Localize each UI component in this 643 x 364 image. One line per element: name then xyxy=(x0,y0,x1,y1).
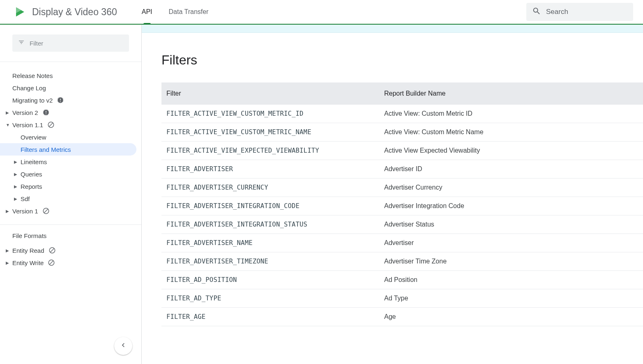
svg-point-2 xyxy=(46,113,46,114)
table-row: FILTER_AD_TYPEAd Type xyxy=(161,289,643,308)
sidebar-item-label: Version 1.1 xyxy=(12,121,43,128)
sidebar-item[interactable]: Change Log xyxy=(0,82,141,94)
caret-right-icon: ▶ xyxy=(6,248,9,253)
table-row: FILTER_ADVERTISER_INTEGRATION_STATUSAdve… xyxy=(161,215,643,234)
table-row: FILTER_ADVERTISER_NAMEAdvertiser xyxy=(161,234,643,252)
table-row: FILTER_AGEAge xyxy=(161,308,643,326)
header-tabs: API Data Transfer xyxy=(142,0,209,24)
sidebar-item[interactable]: ▶Lineitems xyxy=(0,156,141,168)
sidebar-item-label: Entity Write xyxy=(12,259,44,266)
filter-code: FILTER_ACTIVE_VIEW_EXPECTED_VIEWABILITY xyxy=(161,142,379,160)
filter-code: FILTER_AGE xyxy=(161,308,379,326)
sidebar-section-title: File Formats xyxy=(0,225,141,243)
sidebar-item[interactable]: ▶Entity Read xyxy=(0,244,141,256)
svg-line-9 xyxy=(50,249,54,252)
deprecated-icon xyxy=(42,207,50,215)
sidebar: Release NotesChange LogMigrating to v2▶V… xyxy=(0,25,142,364)
filter-icon xyxy=(18,39,25,47)
svg-rect-3 xyxy=(46,111,46,113)
sidebar-item-label: Migrating to v2 xyxy=(12,97,53,104)
sidebar-item[interactable]: ▶Sdf xyxy=(0,192,141,205)
sidebar-item[interactable]: ▶Version 2 xyxy=(0,106,141,119)
filter-code: FILTER_AD_TYPE xyxy=(161,289,379,308)
sidebar-item[interactable]: ▶Reports xyxy=(0,180,141,192)
table-row: FILTER_ACTIVE_VIEW_EXPECTED_VIEWABILITYA… xyxy=(161,142,643,160)
filter-report-name: Ad Type xyxy=(379,289,643,308)
svg-line-5 xyxy=(49,123,53,127)
sidebar-item[interactable]: ▼Version 1.1 xyxy=(0,119,141,131)
caret-right-icon: ▶ xyxy=(14,197,17,201)
filters-table: Filter Report Builder Name FILTER_ACTIVE… xyxy=(161,82,643,326)
alert-badge-icon xyxy=(57,96,64,104)
sidebar-item-label: Lineitems xyxy=(21,158,47,165)
notice-banner xyxy=(142,25,643,33)
filter-report-name: Advertiser xyxy=(379,234,643,252)
sidebar-nav: Release NotesChange LogMigrating to v2▶V… xyxy=(0,62,141,224)
filter-report-name: Active View: Custom Metric Name xyxy=(379,123,643,142)
sidebar-item[interactable]: Release Notes xyxy=(0,69,141,82)
table-header-filter: Filter xyxy=(161,82,379,105)
sidebar-filter-input[interactable] xyxy=(30,40,123,47)
table-row: FILTER_ADVERTISER_INTEGRATION_CODEAdvert… xyxy=(161,197,643,215)
filter-report-name: Advertiser Currency xyxy=(379,179,643,197)
deprecated-icon xyxy=(47,121,55,128)
search-box[interactable] xyxy=(526,3,633,21)
sidebar-item-label: Sdf xyxy=(21,195,30,202)
sidebar-item-label: Filters and Metrics xyxy=(21,146,71,153)
table-row: FILTER_ADVERTISERAdvertiser ID xyxy=(161,160,643,179)
sidebar-item-label: Entity Read xyxy=(12,247,44,254)
sidebar-item[interactable]: Overview xyxy=(0,131,141,143)
filter-code: FILTER_AD_POSITION xyxy=(161,271,379,289)
sidebar-item-label: Overview xyxy=(21,134,46,141)
filter-report-name: Advertiser Time Zone xyxy=(379,252,643,271)
deprecated-icon xyxy=(48,259,55,266)
alert-badge-icon xyxy=(42,109,50,116)
logo[interactable]: Display & Video 360 xyxy=(13,5,117,19)
caret-right-icon: ▶ xyxy=(14,184,17,189)
caret-right-icon: ▶ xyxy=(6,261,9,265)
svg-point-0 xyxy=(60,101,61,102)
sidebar-item-label: Queries xyxy=(21,171,42,178)
filter-code: FILTER_ACTIVE_VIEW_CUSTOM_METRIC_NAME xyxy=(161,123,379,142)
table-row: FILTER_ACTIVE_VIEW_CUSTOM_METRIC_NAMEAct… xyxy=(161,123,643,142)
svg-line-11 xyxy=(50,261,53,265)
filter-report-name: Active View: Custom Metric ID xyxy=(379,105,643,123)
tab-api[interactable]: API xyxy=(142,0,152,24)
filter-code: FILTER_ADVERTISER xyxy=(161,160,379,179)
table-row: FILTER_ACTIVE_VIEW_CUSTOM_METRIC_IDActiv… xyxy=(161,105,643,123)
caret-right-icon: ▶ xyxy=(6,110,9,115)
sidebar-item[interactable]: Filters and Metrics xyxy=(0,143,136,156)
filter-report-name: Age xyxy=(379,308,643,326)
sidebar-item[interactable]: ▶Entity Write xyxy=(0,256,141,269)
play-logo-icon xyxy=(13,5,27,19)
main-content: Filters Filter Report Builder Name FILTE… xyxy=(142,25,643,364)
sidebar-filter-box[interactable] xyxy=(12,34,129,52)
caret-right-icon: ▶ xyxy=(14,160,17,164)
search-input[interactable] xyxy=(546,8,627,16)
sidebar-item[interactable]: ▶Version 1 xyxy=(0,205,141,217)
sidebar-item[interactable]: ▶Queries xyxy=(0,168,141,180)
search-icon xyxy=(532,7,541,17)
caret-right-icon: ▶ xyxy=(14,172,17,176)
filter-code: FILTER_ADVERTISER_CURRENCY xyxy=(161,179,379,197)
filter-report-name: Advertiser Status xyxy=(379,215,643,234)
filter-code: FILTER_ADVERTISER_INTEGRATION_CODE xyxy=(161,197,379,215)
filter-report-name: Active View Expected Viewability xyxy=(379,142,643,160)
collapse-sidebar-button[interactable] xyxy=(114,337,132,355)
filter-code: FILTER_ACTIVE_VIEW_CUSTOM_METRIC_ID xyxy=(161,105,379,123)
filter-code: FILTER_ADVERTISER_INTEGRATION_STATUS xyxy=(161,215,379,234)
filter-report-name: Ad Position xyxy=(379,271,643,289)
sidebar-item[interactable]: Migrating to v2 xyxy=(0,94,141,106)
sidebar-nav-fileformats: ▶Entity Read▶Entity Write xyxy=(0,243,141,276)
header: Display & Video 360 API Data Transfer xyxy=(0,0,643,25)
product-title: Display & Video 360 xyxy=(32,7,117,18)
chevron-left-icon xyxy=(119,341,127,351)
tab-data-transfer[interactable]: Data Transfer xyxy=(169,0,209,24)
filter-code: FILTER_ADVERTISER_TIMEZONE xyxy=(161,252,379,271)
table-row: FILTER_ADVERTISER_CURRENCYAdvertiser Cur… xyxy=(161,179,643,197)
sidebar-item-label: Version 1 xyxy=(12,208,38,215)
caret-right-icon: ▶ xyxy=(6,209,9,213)
svg-line-7 xyxy=(44,209,48,213)
sidebar-item-label: Reports xyxy=(21,183,42,190)
table-row: FILTER_ADVERTISER_TIMEZONEAdvertiser Tim… xyxy=(161,252,643,271)
